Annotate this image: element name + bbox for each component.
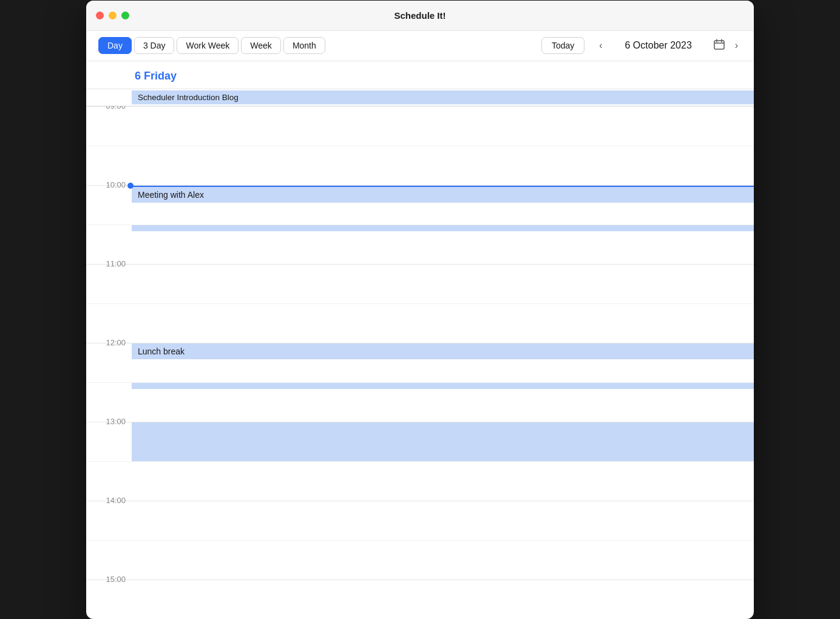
time-label-1430 [86,535,132,580]
meeting-alex-event[interactable]: Meeting with Alex [132,187,754,203]
time-slot-1200: 12:00 Lunch break [86,343,754,382]
time-slot-1430 [86,540,754,580]
view-buttons: Day 3 Day Work Week Week Month [98,37,325,54]
time-label-1000: 10:00 [86,180,132,225]
view-btn-month[interactable]: Month [283,37,325,54]
time-slot-1100: 11:00 [86,264,754,303]
traffic-lights [96,12,129,19]
lunch-break-event-end [132,422,754,462]
all-day-content: Scheduler Introduction Blog [132,89,754,106]
slot-content-1200: Lunch break [132,343,754,382]
time-slot-1500: 15:00 [86,580,754,619]
next-button[interactable]: › [731,39,742,52]
meeting-alex-event-cont [132,225,754,231]
time-slot-1400: 14:00 [86,501,754,540]
slot-content-1330 [132,462,754,501]
slot-content-1130 [132,304,754,343]
time-label-1400: 14:00 [86,496,132,540]
view-btn-3day[interactable]: 3 Day [134,37,175,54]
view-btn-week[interactable]: Week [241,37,281,54]
calendar-picker-button[interactable] [711,37,728,55]
time-label-1300: 13:00 [86,417,132,461]
slot-content-1400 [132,501,754,540]
time-slot-0900: 09:00 [86,106,754,146]
time-slot-1130 [86,303,754,343]
today-button[interactable]: Today [541,37,584,54]
all-day-label [86,89,132,106]
current-time-line [132,186,754,187]
slot-content-0900 [132,107,754,146]
slot-content-1000: Meeting with Alex [132,186,754,225]
time-slot-1000: 10:00 Meeting with Alex [86,185,754,225]
app-window: Schedule It! Day 3 Day Work Week Week Mo… [86,1,754,619]
time-label-0900: 09:00 [86,106,132,146]
time-slot-1300: 13:00 [86,422,754,461]
time-label-1200: 12:00 [86,338,132,382]
time-slot-0930 [86,146,754,185]
time-label-1330 [86,456,132,501]
current-time-dot [127,183,134,189]
time-label-1230 [86,377,132,422]
calendar-body: 6 Friday Scheduler Introduction Blog 09:… [86,61,754,619]
time-label-1100: 11:00 [86,259,132,303]
time-label-1030 [86,220,132,264]
slot-content-1100 [132,265,754,303]
time-label-1500: 15:00 [86,575,132,619]
window-title: Schedule It! [394,10,445,21]
lunch-break-event[interactable]: Lunch break [132,343,754,359]
lunch-break-event-cont [132,383,754,389]
view-btn-day[interactable]: Day [98,37,132,54]
slot-content-1230 [132,383,754,422]
calendar-icon [713,38,725,50]
slot-content-1300 [132,422,754,461]
time-label-0930 [86,141,132,185]
slot-content-1430 [132,541,754,580]
slot-content-1500 [132,580,754,619]
title-bar: Schedule It! [86,1,754,31]
current-date: 6 October 2023 [610,40,707,51]
view-btn-workweek[interactable]: Work Week [177,37,239,54]
time-grid: 09:00 10:00 Meeting with Alex [86,106,754,619]
time-label-1130 [86,299,132,343]
nav-group: ‹ 6 October 2023 › [595,37,742,55]
day-label: 6 Friday [135,70,177,82]
all-day-event[interactable]: Scheduler Introduction Blog [132,90,754,104]
svg-rect-0 [714,41,724,49]
slot-content-1030 [132,225,754,264]
minimize-button[interactable] [109,12,117,19]
close-button[interactable] [96,12,104,19]
time-slot-1230 [86,382,754,422]
day-header: 6 Friday [86,61,754,89]
time-slot-1330 [86,461,754,501]
toolbar: Day 3 Day Work Week Week Month Today ‹ 6… [86,31,754,61]
prev-button[interactable]: ‹ [595,39,606,52]
all-day-section: Scheduler Introduction Blog [86,89,754,106]
maximize-button[interactable] [121,12,129,19]
time-slot-1030 [86,225,754,264]
slot-content-0930 [132,146,754,185]
